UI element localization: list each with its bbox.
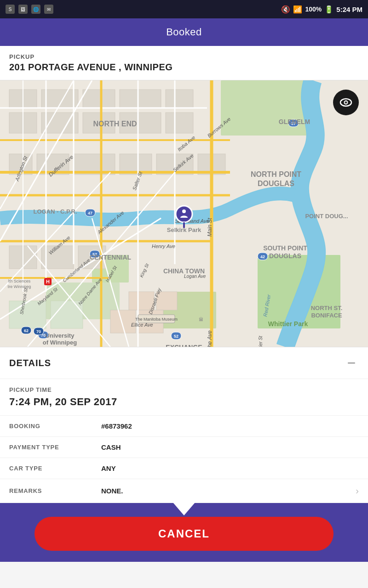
svg-text:CENTENNIAL: CENTENNIAL [90,254,132,261]
svg-text:H: H [46,279,50,284]
svg-text:CHINA TOWN: CHINA TOWN [163,267,205,275]
status-bar-icons: S 🖼 🌐 ✉ [6,5,53,14]
status-bar: S 🖼 🌐 ✉ 🔇 📶 100% 🔋 5:24 PM [0,0,368,18]
app-header: Booked [0,18,368,46]
header-title: Booked [166,26,202,38]
svg-rect-9 [83,90,115,108]
skype-icon: S [6,5,15,14]
svg-rect-25 [110,310,136,333]
svg-text:POINT DOUG...: POINT DOUG... [305,213,348,220]
pickup-label: PICKUP [9,53,359,60]
pickup-section: PICKUP 201 PORTAGE AVENUE , WINNIPEG [0,46,368,80]
remarks-key: REMARKS [9,487,101,494]
svg-rect-123 [348,362,355,364]
booking-row: BOOKING #6873962 [0,416,368,437]
car-type-row: CAR TYPE ANY [0,458,368,479]
eye-icon [339,95,353,110]
remarks-value: NONE. [101,487,356,495]
battery-icon: 🔋 [324,5,334,14]
svg-text:NORTH POINT: NORTH POINT [251,170,301,178]
svg-rect-2 [221,80,313,136]
svg-text:EXCHANGE: EXCHANGE [166,344,202,347]
svg-text:LOGAN - C.P.R.: LOGAN - C.P.R. [33,208,77,215]
pickup-address: 201 PORTAGE AVENUE , WINNIPEG [9,62,359,73]
outlook-icon: ✉ [44,5,53,14]
svg-text:62: 62 [24,328,29,333]
cancel-button[interactable]: CANCEL [34,517,334,551]
payment-type-row: PAYMENT TYPE CASH [0,437,368,458]
svg-text:NORTH ST.: NORTH ST. [311,305,343,311]
details-header: DETAILS [0,347,368,379]
svg-text:tre Winnipeg: tre Winnipeg [8,284,31,289]
bottom-arrow-decoration [173,503,195,515]
svg-text:52: 52 [174,334,178,339]
svg-text:DOUGLAS: DOUGLAS [258,180,294,187]
booking-value: #6873962 [101,422,359,430]
firefox-icon: 🌐 [31,5,40,14]
svg-text:of Winnipeg: of Winnipeg [43,339,77,346]
map-location-pin [175,205,193,230]
time-display: 5:24 PM [336,6,362,13]
svg-rect-13 [41,113,78,133]
car-type-value: ANY [101,464,359,472]
status-bar-right: 🔇 📶 100% 🔋 5:24 PM [281,5,362,14]
map-view-toggle-button[interactable] [333,90,359,115]
svg-text:DOUGLAS: DOUGLAS [269,252,301,260]
payment-type-key: PAYMENT TYPE [9,444,101,451]
remarks-chevron-icon: › [356,486,359,496]
details-collapse-button[interactable] [344,356,359,370]
pickup-time-value: 7:24 PM, 20 SEP 2017 [9,396,359,408]
svg-rect-10 [120,90,161,108]
svg-text:47: 47 [88,211,92,215]
pickup-time-label: PICKUP TIME [9,386,359,393]
svg-text:Whittier Park: Whittier Park [268,320,308,328]
svg-rect-11 [166,90,193,108]
map-container: 57 70 52 42 37 47 70 62 Dufferin Ave Arl… [0,80,368,347]
svg-point-121 [176,206,192,222]
payment-type-value: CASH [101,443,359,451]
svg-text:GLENELM: GLENELM [279,118,310,125]
pickup-time-group: PICKUP TIME 7:24 PM, 20 SEP 2017 [0,379,368,416]
car-type-key: CAR TYPE [9,465,101,472]
svg-text:NORTH END: NORTH END [93,120,137,128]
svg-text:Brazier St: Brazier St [258,335,263,347]
svg-rect-16 [166,113,193,133]
minus-icon [346,357,357,368]
svg-text:🏛: 🏛 [199,317,203,322]
svg-text:BONIFACE: BONIFACE [311,312,342,319]
svg-text:70: 70 [36,329,41,334]
svg-point-122 [182,209,186,213]
svg-text:University: University [46,332,75,339]
details-title: DETAILS [9,358,51,368]
mute-icon: 🔇 [281,5,290,14]
svg-text:SOUTH POINT: SOUTH POINT [263,244,307,252]
svg-text:lth Sciences: lth Sciences [8,279,31,283]
details-section: DETAILS PICKUP TIME 7:24 PM, 20 SEP 2017… [0,347,368,503]
svg-text:The Manitoba Museum: The Manitoba Museum [135,317,178,322]
bottom-action-area: CANCEL [0,503,368,562]
photos-icon: 🖼 [18,5,28,14]
svg-text:Tache Ave: Tache Ave [207,330,213,347]
svg-text:Henry Ave: Henry Ave [152,243,175,249]
svg-text:42: 42 [260,254,265,259]
remarks-row: REMARKS NONE. › [0,479,368,503]
wifi-icon: 📶 [293,5,302,14]
battery-percent: 100% [305,6,322,13]
booking-key: BOOKING [9,423,101,430]
svg-point-120 [345,102,347,104]
